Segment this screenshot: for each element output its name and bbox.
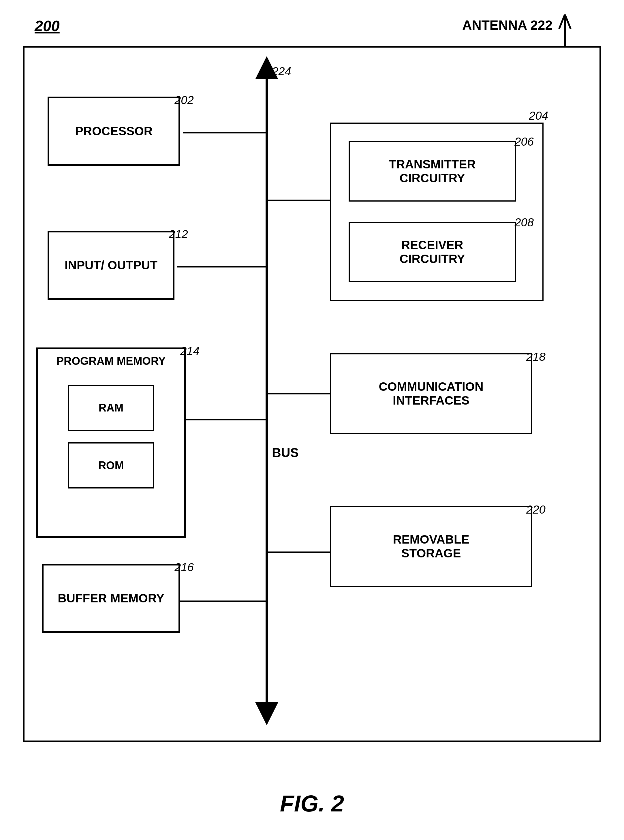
processor-ref: 202	[175, 94, 194, 107]
fig-caption: FIG. 2	[280, 791, 344, 817]
comm-interfaces-ref: 218	[526, 351, 545, 363]
removable-storage-box: REMOVABLE STORAGE	[330, 506, 532, 587]
program-memory-ref: 214	[180, 344, 199, 358]
ram-box: RAM	[68, 384, 154, 431]
receiver-ref: 208	[514, 216, 534, 229]
svg-marker-5	[255, 702, 278, 725]
buffer-memory-label: BUFFER MEMORY	[58, 591, 164, 605]
input-output-label: INPUT/ OUTPUT	[65, 258, 158, 272]
ram-label: RAM	[99, 402, 124, 414]
main-diagram-box: BUS 224 PROCESSOR 202 INPUT/ OUTPUT 212 …	[23, 46, 601, 742]
removable-storage-ref: 220	[526, 503, 545, 516]
input-output-box: INPUT/ OUTPUT	[48, 231, 175, 300]
bus-label: BUS	[272, 446, 299, 460]
fig-number-label: 200	[35, 17, 60, 35]
transceiver-ref: 204	[529, 109, 548, 122]
program-memory-box: PROGRAM MEMORY RAM ROM	[36, 347, 186, 538]
program-memory-label: PROGRAM MEMORY	[57, 355, 166, 368]
transmitter-label: TRANSMITTER CIRCUITRY	[389, 158, 476, 185]
buffer-memory-ref: 216	[175, 561, 194, 574]
page: 200 ANTENNA 222	[0, 0, 624, 840]
receiver-box: RECEIVER CIRCUITRY	[349, 222, 516, 282]
comm-interfaces-box: COMMUNICATION INTERFACES	[330, 353, 532, 434]
processor-label: PROCESSOR	[75, 124, 153, 138]
removable-storage-label: REMOVABLE STORAGE	[393, 533, 469, 560]
comm-interfaces-label: COMMUNICATION INTERFACES	[378, 380, 483, 408]
rom-box: ROM	[68, 442, 154, 488]
antenna-label: ANTENNA 222	[462, 17, 553, 33]
receiver-label: RECEIVER CIRCUITRY	[399, 238, 465, 266]
ref-224-label: 224	[272, 65, 291, 78]
transmitter-box: TRANSMITTER CIRCUITRY	[349, 141, 516, 202]
processor-box: PROCESSOR	[48, 97, 180, 166]
input-output-ref: 212	[169, 228, 188, 241]
transceiver-box: 204 TRANSMITTER CIRCUITRY 206 RECEIVER C…	[330, 122, 544, 301]
buffer-memory-box: BUFFER MEMORY	[42, 564, 180, 633]
transmitter-ref: 206	[514, 135, 534, 148]
rom-label: ROM	[98, 459, 124, 472]
